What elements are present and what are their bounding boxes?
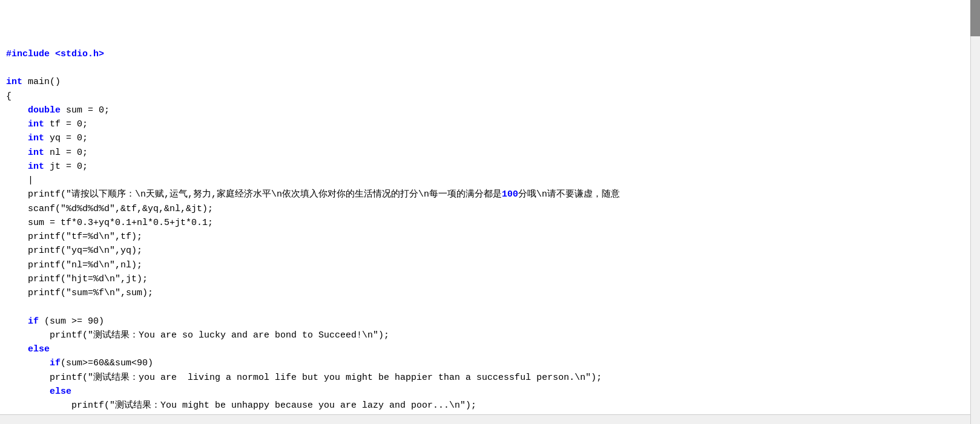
token: if: [28, 316, 39, 327]
token: printf("sum=%f\n",sum);: [6, 288, 153, 298]
token: printf("测试结果：You might be unhappy becaus…: [6, 400, 476, 411]
token: [6, 119, 28, 129]
token: #include <stdio.h>: [6, 49, 104, 59]
code-line: printf("hjt=%d\n",jt);: [6, 272, 970, 286]
token: [6, 105, 28, 116]
token: printf("nl=%d\n",nl);: [6, 260, 142, 270]
token: [6, 148, 28, 158]
token: int: [6, 77, 22, 87]
token: nl = 0;: [44, 148, 88, 158]
editor-container: #include <stdio.h> int main(){ double su…: [0, 0, 980, 424]
code-line: [6, 61, 970, 75]
scrollbar-thumb[interactable]: [970, 0, 980, 36]
code-line: int jt = 0;: [6, 160, 970, 174]
token: printf("yq=%d\n",yq);: [6, 246, 142, 256]
code-line: printf("sum=%f\n",sum);: [6, 286, 970, 300]
token: printf("tf=%d\n",tf);: [6, 232, 142, 242]
token: (sum >= 90): [39, 316, 104, 327]
token: 分哦\n请不要谦虚，随意: [518, 189, 620, 200]
token: printf("测试结果：you are living a normol lif…: [6, 373, 602, 383]
scrollbar-bottom[interactable]: [0, 414, 970, 424]
token: else: [28, 344, 50, 354]
token: jt = 0;: [44, 161, 88, 172]
token: main(): [22, 77, 61, 87]
token: [6, 161, 28, 172]
token: printf("测试结果：You are so lucky and are bo…: [6, 330, 389, 341]
code-line: printf("测试结果：You are so lucky and are bo…: [6, 328, 970, 342]
token: [6, 386, 50, 397]
token: [6, 344, 28, 354]
token: |: [6, 175, 33, 186]
token: int: [28, 133, 44, 143]
token: [6, 358, 50, 368]
token: [6, 133, 28, 143]
code-line: printf("nl=%d\n",nl);: [6, 258, 970, 272]
token: (sum>=60&&sum<90): [61, 358, 153, 368]
code-line: if (sum >= 90): [6, 315, 970, 328]
code-line: printf("测试结果：You might be unhappy becaus…: [6, 399, 970, 413]
code-line: printf("请按以下顺序：\n天赋,运气,努力,家庭经济水平\n依次填入你对…: [6, 188, 970, 201]
code-line: int yq = 0;: [6, 131, 970, 145]
token: double: [28, 105, 61, 116]
code-line: printf("测试结果：you are living a normol lif…: [6, 371, 970, 385]
code-line: [6, 300, 970, 314]
token: if: [50, 358, 61, 368]
token: sum = 0;: [61, 105, 110, 116]
code-line: {: [6, 90, 970, 103]
code-line: printf("tf=%d\n",tf);: [6, 230, 970, 244]
token: int: [28, 161, 44, 172]
token: [6, 316, 28, 327]
code-line: int tf = 0;: [6, 117, 970, 131]
token: tf = 0;: [44, 119, 88, 129]
code-line: int main(): [6, 75, 970, 89]
scrollbar-right[interactable]: [970, 0, 980, 424]
code-line: #include <stdio.h>: [6, 47, 970, 61]
token: else: [50, 386, 71, 397]
token: printf("请按以下顺序：\n天赋,运气,努力,家庭经济水平\n依次填入你对…: [6, 189, 502, 200]
token: scanf("%d%d%d%d",&tf,&yq,&nl,&jt);: [6, 204, 213, 214]
code-line: printf("yq=%d\n",yq);: [6, 244, 970, 258]
token: yq = 0;: [44, 133, 88, 143]
token: {: [6, 91, 12, 102]
code-line: else: [6, 342, 970, 356]
code-line: double sum = 0;: [6, 103, 970, 117]
code-line: if(sum>=60&&sum<90): [6, 356, 970, 370]
token: printf("hjt=%d\n",jt);: [6, 274, 148, 284]
code-line: sum = tf*0.3+yq*0.1+nl*0.5+jt*0.1;: [6, 216, 970, 230]
code-line: else: [6, 385, 970, 399]
token: 100: [502, 189, 518, 200]
code-line: |: [6, 174, 970, 188]
token: int: [28, 119, 44, 129]
code-line: scanf("%d%d%d%d",&tf,&yq,&nl,&jt);: [6, 202, 970, 216]
code-line: int nl = 0;: [6, 146, 970, 160]
code-area[interactable]: #include <stdio.h> int main(){ double su…: [0, 0, 970, 424]
token: sum = tf*0.3+yq*0.1+nl*0.5+jt*0.1;: [6, 218, 213, 228]
token: int: [28, 148, 44, 158]
